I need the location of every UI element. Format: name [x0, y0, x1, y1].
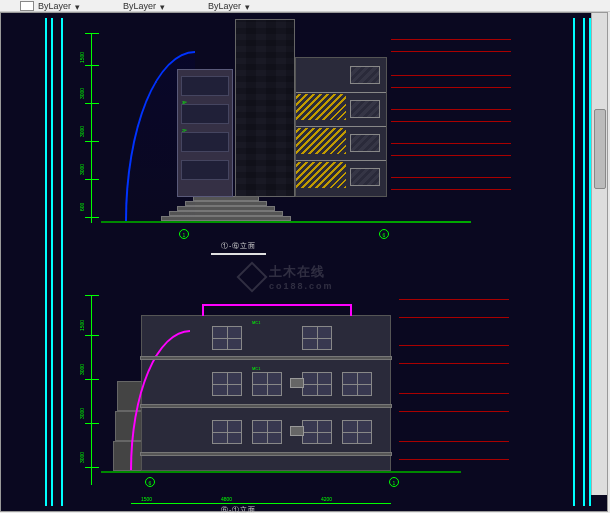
leader-line — [391, 143, 511, 144]
window — [212, 326, 242, 350]
ac-unit — [290, 378, 304, 388]
frame-line — [573, 18, 575, 506]
watermark-logo-icon — [236, 261, 267, 292]
window — [302, 420, 332, 444]
leader-line — [391, 155, 511, 156]
leader-line — [399, 345, 509, 346]
dim-label: 4200 — [321, 496, 332, 502]
color-swatch — [20, 1, 34, 11]
linetype-control[interactable]: ByLayer ▾ — [123, 1, 168, 11]
dim-label: 1500 — [79, 320, 85, 331]
leader-line — [391, 121, 511, 122]
lineweight-label: ByLayer — [208, 1, 241, 11]
window — [350, 100, 380, 118]
leader-line — [399, 441, 509, 442]
window — [212, 372, 242, 396]
stone-chimney — [235, 19, 295, 197]
elevation-top: 1500 3000 3000 3000 600 — [81, 27, 481, 247]
frame-line — [51, 18, 53, 506]
window — [212, 420, 242, 444]
window — [350, 134, 380, 152]
window — [252, 420, 282, 444]
leader-line — [391, 75, 511, 76]
frame-line — [45, 18, 47, 506]
properties-toolbar: ByLayer ▾ ByLayer ▾ ByLayer ▾ — [0, 0, 610, 12]
leader-line — [399, 363, 509, 364]
dim-label: 4800 — [221, 496, 232, 502]
window-tag: MC1 — [252, 320, 260, 325]
leader-line — [391, 177, 511, 178]
parapet — [202, 304, 352, 316]
leader-line — [391, 109, 511, 110]
watermark-text: 土木在线 — [269, 264, 325, 279]
drawing-canvas-wrap: 1500 3000 3000 3000 600 — [0, 12, 608, 512]
elevation-body: 2F 3F — [121, 27, 461, 227]
ac-unit — [290, 426, 304, 436]
dim-label: 600 — [79, 203, 85, 211]
curved-roof — [130, 330, 190, 470]
drawing-title: ①-⑥立面 — [211, 241, 266, 255]
elevation-bottom: 1500 3000 3000 3000 — [81, 289, 481, 513]
leader-line — [391, 87, 511, 88]
drawing-title: ⑥-①立面 — [211, 505, 266, 513]
grid-bubble: 6 — [379, 229, 389, 239]
model-space-canvas[interactable]: 1500 3000 3000 3000 600 — [1, 13, 607, 511]
grid-bubble: 1 — [389, 477, 399, 487]
window — [342, 372, 372, 396]
chevron-down-icon: ▾ — [75, 2, 83, 10]
main-block — [295, 57, 387, 197]
leader-line — [391, 51, 511, 52]
dim-label: 3000 — [79, 88, 85, 99]
vertical-scrollbar[interactable] — [591, 13, 607, 495]
leader-line — [399, 411, 509, 412]
elevation-body: MC1 MC1 6 1 — [121, 289, 451, 489]
window — [302, 326, 332, 350]
leader-line — [391, 39, 511, 40]
window — [302, 372, 332, 396]
color-control[interactable]: ByLayer ▾ — [20, 1, 83, 11]
color-label: ByLayer — [38, 1, 71, 11]
watermark: 土木在线 co188.com — [241, 263, 334, 291]
window-tag: MC1 — [252, 366, 260, 371]
leader-line — [399, 459, 509, 460]
window — [342, 420, 372, 444]
leader-line — [391, 189, 511, 190]
grid-bubble: 6 — [145, 477, 155, 487]
dim-text: 3F — [182, 100, 187, 105]
window — [350, 66, 380, 84]
leader-line — [399, 393, 509, 394]
dimension-column: 1500 3000 3000 3000 600 — [81, 33, 107, 223]
dim-label: 3000 — [79, 126, 85, 137]
dim-label: 1500 — [79, 52, 85, 63]
lineweight-control[interactable]: ByLayer ▾ — [208, 1, 253, 11]
window — [252, 372, 282, 396]
scrollbar-thumb[interactable] — [594, 109, 606, 189]
linetype-label: ByLayer — [123, 1, 156, 11]
chevron-down-icon: ▾ — [245, 2, 253, 10]
dim-label: 3000 — [79, 364, 85, 375]
ground-line — [101, 471, 461, 473]
building-body: MC1 MC1 — [141, 315, 391, 471]
chevron-down-icon: ▾ — [160, 2, 168, 10]
dim-label: 3000 — [79, 452, 85, 463]
frame-line — [583, 18, 585, 506]
grid-bubble: 1 — [179, 229, 189, 239]
dim-text: 2F — [182, 128, 187, 133]
tower-block: 2F 3F — [177, 69, 233, 197]
leader-line — [399, 317, 509, 318]
dim-label: 3000 — [79, 164, 85, 175]
dim-label: 1500 — [141, 496, 152, 502]
dimension-column: 1500 3000 3000 3000 — [81, 295, 107, 485]
dim-label: 3000 — [79, 408, 85, 419]
ground-line — [101, 221, 471, 223]
leader-line — [399, 299, 509, 300]
window — [350, 168, 380, 186]
frame-line — [61, 18, 63, 506]
